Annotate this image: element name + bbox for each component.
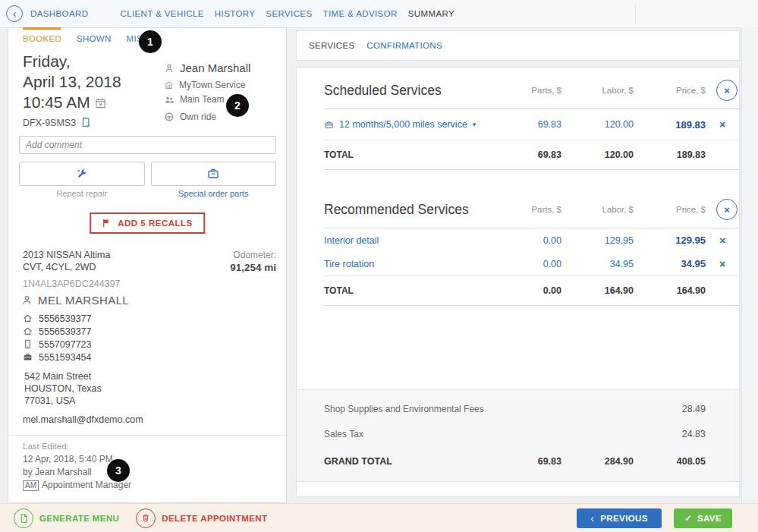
- remove-service-button[interactable]: ×: [706, 258, 739, 270]
- total-labor: 120.00: [561, 150, 634, 160]
- footer-bar: GENERATE MENU DELETE APPOINTMENT ‹ PREVI…: [0, 503, 758, 532]
- recommended-services-header: Recommended Services Parts, $ Labor, $ P…: [324, 191, 739, 228]
- repeat-repair-button[interactable]: [19, 162, 145, 186]
- service-name: 12 months/5,000 miles service: [339, 119, 467, 130]
- owner-name: MEL MARSHALL: [38, 294, 129, 307]
- remove-service-button[interactable]: ×: [706, 235, 739, 247]
- tab-shown[interactable]: SHOWN: [77, 34, 112, 43]
- column-price: Price, $: [634, 205, 706, 214]
- transport-label: Own ride: [180, 112, 216, 122]
- scheduled-total-row: TOTAL 69.83 120.00 189.83: [324, 140, 739, 170]
- service-name-link[interactable]: 12 months/5,000 miles service ▾: [324, 119, 489, 130]
- scheduled-services-header: Scheduled Services Parts, $ Labor, $ Pri…: [324, 72, 739, 109]
- phone-row: 5556539377: [23, 312, 92, 325]
- fees-row: Shop Supplies and Environmental Fees 28.…: [324, 396, 739, 421]
- delete-appointment-button[interactable]: DELETE APPOINTMENT: [136, 508, 267, 528]
- collapse-recommended-button[interactable]: ×: [716, 199, 738, 220]
- annotation-badge-2: 2: [226, 94, 249, 117]
- owner-name-row: MEL MARSHALL: [21, 294, 129, 307]
- comment-input[interactable]: [19, 136, 276, 154]
- total-label: TOTAL: [324, 285, 489, 296]
- person-icon: [21, 294, 33, 306]
- total-price: 164.90: [634, 285, 706, 296]
- phone-row: 5556539377: [23, 325, 92, 338]
- totals-summary: Shop Supplies and Environmental Fees 28.…: [297, 389, 739, 482]
- phone-row: 5551593454: [23, 351, 92, 364]
- add-recalls-button[interactable]: ADD 5 RECALLS: [90, 212, 205, 234]
- tab-confirmations[interactable]: CONFIRMATIONS: [366, 41, 442, 50]
- wrench-icon: [76, 168, 88, 180]
- remove-service-button[interactable]: ×: [706, 118, 739, 131]
- sales-tax-label: Sales Tax: [324, 429, 489, 439]
- nav-item-services[interactable]: SERVICES: [266, 9, 312, 18]
- total-parts: 69.83: [489, 150, 561, 160]
- appointment-date: April 13, 2018: [23, 71, 121, 92]
- service-row: Interior detail 0.00 129.95 129.95 ×: [324, 228, 739, 252]
- nav-item-history[interactable]: HISTORY: [215, 9, 256, 18]
- vehicle-model: 2013 NISSAN Altima: [23, 249, 121, 261]
- check-icon: ✓: [684, 513, 692, 524]
- column-labor: Labor, $: [561, 205, 634, 214]
- repeat-repair-label: Repeat repair: [19, 189, 145, 198]
- price-value: 129.95: [634, 235, 706, 246]
- sales-tax-row: Sales Tax 24.83: [324, 421, 739, 446]
- tab-booked[interactable]: BOOKED: [23, 34, 61, 43]
- chevron-left-icon: ‹: [590, 512, 594, 524]
- annotation-badge-1: 1: [139, 30, 162, 53]
- labor-value: 129.95: [561, 235, 634, 246]
- service-name-link[interactable]: Interior detail: [324, 235, 489, 246]
- service-package-icon: [324, 120, 334, 130]
- phone-number: 5556539377: [39, 326, 92, 337]
- grand-total-price: 408.05: [634, 456, 706, 467]
- service-name: Tire rotation: [324, 259, 374, 269]
- service-row: 12 months/5,000 miles service ▾ 69.83 12…: [324, 109, 739, 140]
- advisor-icon: [164, 63, 175, 74]
- generate-menu-label: GENERATE MENU: [39, 514, 119, 523]
- generate-menu-button[interactable]: GENERATE MENU: [14, 508, 119, 528]
- special-order-parts-button[interactable]: [151, 162, 277, 186]
- last-edited-label: Last Edited:: [23, 440, 131, 453]
- column-labor: Labor, $: [561, 86, 634, 95]
- team-icon: [164, 95, 175, 105]
- vertical-scrollbar[interactable]: [741, 27, 758, 503]
- save-button[interactable]: ✓ SAVE: [674, 508, 732, 528]
- odometer-label: Odometer:: [230, 250, 276, 260]
- previous-button[interactable]: ‹ PREVIOUS: [577, 508, 662, 528]
- collapse-scheduled-button[interactable]: ×: [716, 80, 738, 101]
- caret-down-icon[interactable]: ▾: [473, 121, 477, 128]
- nav-item-client-vehicle[interactable]: CLIENT & VEHICLE: [120, 9, 203, 18]
- calendar-icon[interactable]: [95, 97, 106, 109]
- appointment-summary-page: ‹ DASHBOARD CLIENT & VEHICLE HISTORY SER…: [0, 0, 758, 532]
- recommended-total-row: TOTAL 0.00 164.90 164.90: [324, 275, 739, 306]
- tab-services[interactable]: SERVICES: [309, 41, 354, 50]
- service-name-link[interactable]: Tire rotation: [324, 259, 489, 269]
- total-price: 189.83: [634, 150, 706, 160]
- nav-item-dashboard[interactable]: DASHBOARD: [30, 9, 88, 18]
- work-phone-icon: [23, 352, 33, 362]
- appointment-code: DFX-9SMS3: [23, 118, 76, 128]
- column-parts: Parts, $: [489, 86, 561, 95]
- nav-item-summary[interactable]: SUMMARY: [408, 9, 454, 18]
- previous-label: PREVIOUS: [600, 514, 648, 523]
- parts-value: 0.00: [489, 259, 561, 269]
- recommended-services-section: Recommended Services Parts, $ Labor, $ P…: [297, 191, 739, 306]
- top-navigation: ‹ DASHBOARD CLIENT & VEHICLE HISTORY SER…: [0, 0, 758, 28]
- back-button[interactable]: ‹: [6, 5, 23, 22]
- phone-list: 5556539377 5556539377 5557097723 5551593…: [23, 312, 92, 364]
- grand-total-label: GRAND TOTAL: [324, 456, 489, 467]
- document-icon: [14, 508, 33, 528]
- fees-value: 28.49: [634, 404, 706, 414]
- price-value: 34.95: [634, 258, 706, 269]
- quick-action-buttons: [19, 162, 276, 186]
- device-confirmed-icon[interactable]: [80, 117, 91, 128]
- phone-number: 5557097723: [39, 339, 92, 350]
- appointment-weekday: Friday,: [23, 51, 121, 71]
- fees-label: Shop Supplies and Environmental Fees: [324, 404, 489, 414]
- labor-value: 120.00: [561, 119, 634, 130]
- address-line: HOUSTON, Texas: [24, 382, 102, 395]
- service-row: Tire rotation 0.00 34.95 34.95 ×: [324, 252, 739, 275]
- odometer-value: 91,254 mi: [230, 262, 276, 273]
- special-order-parts-label[interactable]: Special order parts: [151, 189, 277, 198]
- scheduled-services-title: Scheduled Services: [324, 83, 489, 99]
- nav-item-time-advisor[interactable]: TIME & ADVISOR: [322, 9, 397, 18]
